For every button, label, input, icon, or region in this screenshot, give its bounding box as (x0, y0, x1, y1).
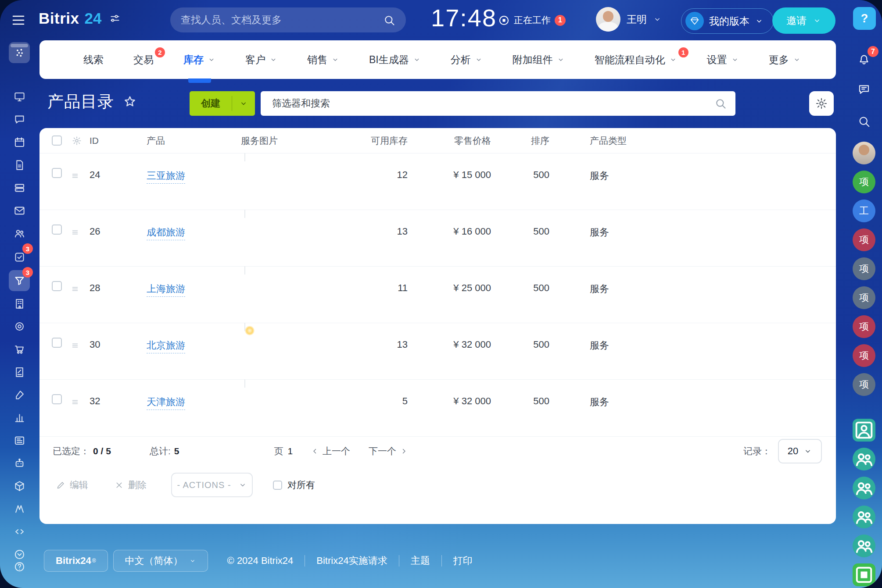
create-button[interactable]: 创建 (190, 91, 255, 116)
grid-settings-button[interactable] (809, 91, 834, 116)
sidebar-item-crm-funnel[interactable]: 3 (9, 270, 30, 291)
sliders-icon[interactable] (109, 13, 121, 24)
recent-item-5[interactable]: 项 (853, 286, 875, 309)
user-avatar[interactable] (596, 7, 620, 32)
sidebar-item-automation[interactable] (9, 453, 30, 474)
product-link[interactable]: 三亚旅游 (147, 169, 185, 184)
nav-tab-4[interactable]: 客户 (230, 40, 292, 79)
recent-group-3[interactable] (853, 506, 875, 528)
drag-handle-icon[interactable] (70, 397, 90, 407)
invite-button[interactable]: 邀请 (772, 7, 835, 34)
next-page-button[interactable]: 下一个 (369, 445, 408, 457)
drag-handle-icon[interactable] (70, 228, 90, 237)
global-search-input[interactable] (181, 14, 378, 26)
recent-person-card[interactable] (853, 419, 875, 442)
drag-handle-icon[interactable] (70, 284, 90, 294)
recent-item-3[interactable]: 项 (853, 228, 875, 251)
sidebar-item-drive[interactable] (9, 177, 30, 198)
recent-group-2[interactable] (853, 477, 875, 499)
filter-search-input[interactable] (272, 98, 714, 109)
row-checkbox[interactable] (52, 168, 62, 178)
column-header[interactable]: 产品类型 (549, 135, 836, 147)
nav-tab-5[interactable]: 销售 (292, 40, 354, 79)
workday-status[interactable]: 正在工作 1 (498, 14, 566, 26)
row-checkbox[interactable] (52, 281, 62, 291)
favorite-star-icon[interactable] (123, 95, 137, 109)
column-header[interactable]: ID (90, 135, 147, 146)
plan-button[interactable]: 我的版本 (681, 8, 774, 34)
sidebar-item-bi-analytics[interactable] (9, 407, 30, 428)
nav-tab-10[interactable]: 设置 (692, 40, 754, 79)
sidebar-item-developer[interactable] (9, 521, 30, 542)
hamburger-menu-icon[interactable] (11, 12, 26, 28)
product-link[interactable]: 成都旅游 (147, 226, 185, 240)
sidebar-item-crm-contacts[interactable] (9, 223, 30, 244)
recent-item-4[interactable]: 项 (853, 257, 875, 280)
column-header[interactable]: 零售价格 (408, 135, 491, 147)
sidebar-item-apps-launcher[interactable] (9, 42, 30, 63)
for-all-checkbox[interactable]: 对所有 (273, 479, 315, 491)
table-row[interactable]: 24 三亚旅游 12 ¥ 15 000 500 服务 (39, 153, 836, 210)
chat-panel[interactable] (857, 83, 871, 96)
delete-button[interactable]: 删除 (115, 479, 147, 491)
sidebar-item-help[interactable] (9, 556, 30, 577)
table-row[interactable]: 26 成都旅游 13 ¥ 16 000 500 服务 (39, 210, 836, 267)
sidebar-item-news[interactable] (9, 430, 30, 451)
drag-handle-icon[interactable] (70, 171, 90, 181)
recent-item-1[interactable]: 项 (853, 171, 875, 193)
row-checkbox[interactable] (52, 394, 62, 404)
sidebar-item-e-sign[interactable] (9, 361, 30, 382)
recent-group-1[interactable] (853, 448, 875, 470)
search-icon[interactable] (714, 97, 727, 110)
column-header[interactable]: 产品 (147, 135, 241, 147)
page-number[interactable]: 1 (287, 446, 293, 456)
table-row[interactable]: 30 北京旅游 13 ¥ 32 000 500 服务 (39, 323, 836, 380)
sidebar-item-tasks[interactable]: 3 (9, 246, 30, 267)
edit-button[interactable]: 编辑 (56, 479, 88, 491)
nav-tab-7[interactable]: 分析 (436, 40, 498, 79)
table-row[interactable]: 28 上海旅游 11 ¥ 25 000 500 服务 (39, 267, 836, 323)
notifications-bell[interactable]: 7 (857, 53, 871, 66)
language-select[interactable]: 中文（简体） (113, 550, 208, 572)
sidebar-item-shop[interactable] (9, 339, 30, 360)
recent-item-8[interactable]: 项 (853, 373, 875, 396)
sidebar-item-documents[interactable] (9, 154, 30, 175)
nav-tab-9[interactable]: 智能流程自动化1 (580, 40, 692, 79)
search-icon[interactable] (383, 14, 395, 26)
sidebar-item-calendar[interactable] (9, 132, 30, 153)
footer-link-theme[interactable]: 主题 (411, 554, 430, 567)
sidebar-item-marketing[interactable] (9, 316, 30, 337)
column-header[interactable]: 可用库存 (342, 135, 408, 147)
recent-user[interactable] (853, 142, 875, 164)
sidebar-item-mail[interactable] (9, 200, 30, 221)
nav-tab-8[interactable]: 附加组件 (498, 40, 580, 79)
recent-item-6[interactable]: 项 (853, 315, 875, 338)
product-link[interactable]: 上海旅游 (147, 282, 185, 297)
workday-stop-icon[interactable] (498, 14, 510, 26)
user-menu[interactable]: 王明 (596, 7, 662, 32)
drag-handle-icon[interactable] (70, 341, 90, 350)
footer-link-print[interactable]: 打印 (453, 554, 473, 567)
sidebar-item-market[interactable] (9, 498, 30, 519)
footer-brand-button[interactable]: Bitrix24® (44, 550, 108, 572)
nav-tab-6[interactable]: BI生成器 (354, 40, 436, 79)
sidebar-item-desktop[interactable] (9, 86, 30, 107)
recent-item-2[interactable]: 工 (853, 200, 875, 222)
recent-item-7[interactable]: 项 (853, 344, 875, 367)
select-all-checkbox[interactable] (52, 135, 62, 146)
sidebar-item-inventory[interactable] (9, 475, 30, 496)
table-row[interactable]: 32 天津旅游 5 ¥ 32 000 500 服务 (39, 380, 836, 436)
bitrix-logo[interactable]: Bitrix24 (39, 10, 121, 27)
checkbox[interactable] (273, 481, 282, 490)
nav-tab-2[interactable]: 交易2 (118, 40, 169, 79)
recent-group-4[interactable] (853, 535, 875, 557)
help-button[interactable]: ? (853, 7, 876, 30)
filter-search-bar[interactable] (261, 91, 735, 116)
global-search[interactable] (170, 7, 406, 32)
product-link[interactable]: 天津旅游 (147, 396, 185, 410)
sidebar-item-sites[interactable] (9, 384, 30, 405)
column-header[interactable]: 排序 (491, 135, 549, 147)
clock[interactable]: 17:48 (431, 4, 497, 32)
nav-tab-3[interactable]: 库存 (169, 40, 230, 79)
footer-link-request[interactable]: Bitrix24实施请求 (316, 554, 387, 567)
